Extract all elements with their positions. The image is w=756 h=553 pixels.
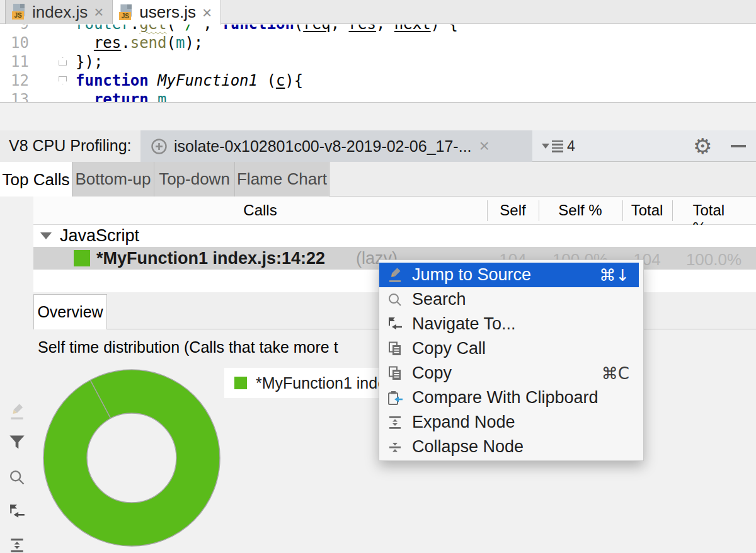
calls-table-header: Calls Self Self % Total Total %: [0, 197, 756, 225]
tab-top-down[interactable]: Top-down: [154, 162, 235, 197]
cell-total-pct: 100.0%: [686, 250, 742, 270]
editor-tab-label: index.js: [32, 3, 88, 22]
close-icon[interactable]: ×: [478, 138, 491, 154]
code-line-12: 12 function MyFunction1 (c){: [0, 71, 756, 90]
navigate-to-icon[interactable]: [8, 503, 26, 521]
js-file-icon: JS: [12, 4, 27, 20]
tab-overview[interactable]: Overview: [33, 294, 107, 329]
navigate-icon: [387, 316, 403, 333]
column-header-total[interactable]: Total: [631, 202, 663, 219]
column-divider: [487, 200, 488, 221]
tab-flame-chart[interactable]: Flame Chart: [235, 162, 329, 197]
editor-panel-divider: [0, 102, 756, 130]
gear-icon[interactable]: ⚙: [693, 135, 712, 157]
js-file-icon: JS: [119, 4, 134, 21]
session-tab-label: isolate-0x102801c00-v8-2019-02-06_17-...: [174, 137, 472, 156]
search-icon[interactable]: [8, 469, 26, 486]
expand-icon: [387, 414, 403, 431]
expand-triangle-icon[interactable]: [40, 232, 52, 239]
expand-all-icon[interactable]: [8, 537, 26, 553]
menu-item-label: Expand Node: [412, 413, 515, 432]
code-line-13: 13 return m: [0, 90, 756, 102]
column-divider: [622, 200, 623, 221]
menu-item-navigate-to[interactable]: Navigate To...: [379, 312, 643, 336]
editor-tab-users-js[interactable]: JS users.js ×: [113, 0, 221, 25]
tree-group-label: JavaScript: [60, 226, 139, 246]
line-number: 13: [0, 91, 29, 102]
chart-title: Self time distribution (Calls that take …: [38, 338, 379, 356]
ide-window: JS index.js × JS users.js × 9 router.get…: [0, 0, 756, 553]
edit-source-icon: [387, 267, 403, 283]
menu-item-collapse-node[interactable]: Collapse Node: [379, 435, 643, 459]
context-menu: Jump to Source ⌘↓ Search Navigate To...: [379, 259, 644, 461]
function-name: *MyFunction1 index.js:14:22: [96, 249, 325, 268]
column-header-calls[interactable]: Calls: [243, 202, 277, 219]
code-line-10: 10 res.send(m);: [0, 33, 756, 52]
filter-icon[interactable]: [8, 433, 26, 451]
menu-item-label: Copy: [412, 363, 452, 383]
legend-color-swatch: [234, 377, 247, 389]
code-line-11: 11 });: [0, 52, 756, 71]
function-color-swatch: [74, 250, 90, 266]
menu-item-label: Navigate To...: [412, 314, 516, 334]
line-number: 11: [0, 53, 29, 71]
menu-item-label: Compare With Clipboard: [412, 388, 598, 408]
menu-shortcut: ⌘C: [602, 364, 629, 383]
history-dropdown[interactable]: 4: [542, 130, 575, 162]
editor-tab-label: users.js: [139, 3, 196, 22]
editor-tab-bar: JS index.js × JS users.js ×: [0, 0, 756, 24]
menu-item-compare-with-clipboard[interactable]: Compare With Clipboard: [379, 385, 643, 410]
menu-item-search[interactable]: Search: [379, 287, 643, 312]
menu-shortcut: ⌘↓: [599, 266, 629, 285]
copy-icon: [387, 365, 403, 382]
menu-item-copy-call[interactable]: Copy Call: [379, 336, 643, 361]
editor-tab-index-js[interactable]: JS index.js ×: [5, 0, 113, 24]
tree-group-row[interactable]: JavaScript: [33, 225, 756, 247]
legend-label: *MyFunction1 index.js:14:22: [256, 374, 379, 392]
edit-source-icon[interactable]: [8, 403, 26, 421]
code-editor[interactable]: 9 router.get('/', function(req, res, nex…: [0, 25, 756, 102]
tab-bottom-up[interactable]: Bottom-up: [72, 162, 154, 197]
menu-item-label: Jump to Source: [412, 265, 531, 285]
profiler-title: V8 CPU Profiling:: [0, 130, 140, 162]
chevron-down-icon: [542, 144, 549, 149]
code-line-9: 9 router.get('/', function(req, res, nex…: [0, 25, 756, 33]
tab-top-calls[interactable]: Top Calls: [0, 162, 72, 197]
menu-item-jump-to-source[interactable]: Jump to Source ⌘↓: [379, 263, 639, 287]
collapse-icon: [387, 439, 403, 455]
copy-icon: [387, 341, 403, 357]
compare-clipboard-icon: [387, 390, 403, 406]
column-header-self[interactable]: Self: [500, 202, 525, 219]
menu-item-label: Copy Call: [412, 339, 486, 358]
self-time-donut-chart: [42, 368, 222, 548]
chart-legend: *MyFunction1 index.js:14:22: [224, 368, 379, 398]
fold-marker-icon[interactable]: [59, 76, 67, 84]
column-header-self-pct[interactable]: Self %: [558, 202, 602, 219]
line-number: 10: [0, 34, 29, 52]
search-icon: [387, 292, 403, 308]
close-icon[interactable]: ×: [201, 4, 213, 21]
line-number: 12: [0, 72, 29, 89]
column-divider: [672, 200, 673, 221]
hide-panel-icon[interactable]: [731, 145, 746, 147]
profiler-view-tabs: Top Calls Bottom-up Top-down Flame Chart: [0, 162, 756, 197]
profiler-toolbar: ?: [0, 197, 33, 553]
profiler-session-tab[interactable]: isolate-0x102801c00-v8-2019-02-06_17-...…: [140, 130, 532, 162]
profiler-header: V8 CPU Profiling: isolate-0x102801c00-v8…: [0, 130, 756, 162]
history-count: 4: [567, 138, 575, 155]
fold-marker-icon[interactable]: [59, 57, 67, 66]
menu-item-expand-node[interactable]: Expand Node: [379, 410, 643, 435]
column-divider: [539, 200, 539, 221]
menu-item-label: Collapse Node: [412, 437, 524, 457]
list-icon: [552, 140, 563, 152]
pin-plus-icon: [151, 138, 168, 155]
menu-item-copy[interactable]: Copy ⌘C: [379, 361, 643, 385]
menu-item-label: Search: [412, 290, 466, 309]
close-icon[interactable]: ×: [93, 4, 105, 20]
line-number: 9: [0, 25, 29, 33]
